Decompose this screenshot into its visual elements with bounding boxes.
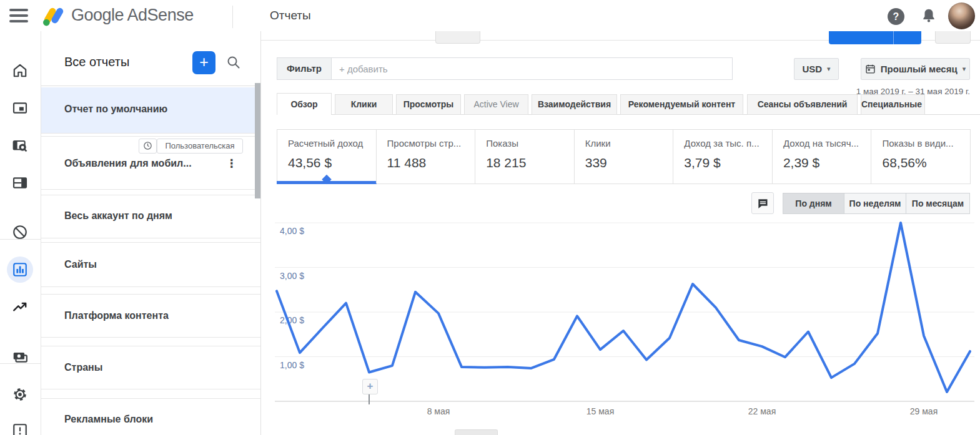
tab-clicks[interactable]: Клики bbox=[335, 94, 393, 115]
currency-label: USD bbox=[802, 64, 822, 74]
tab-interactions[interactable]: Взаимодействия bbox=[532, 94, 617, 115]
user-avatar[interactable] bbox=[948, 2, 975, 29]
calendar-icon bbox=[865, 64, 876, 74]
chart-annotation-marker[interactable]: + bbox=[362, 379, 378, 394]
period-label: Прошлый месяц bbox=[881, 64, 958, 74]
report-item-label: Весь аккаунт по дням bbox=[64, 210, 172, 222]
metric-value: 11 488 bbox=[387, 155, 475, 170]
notifications-bell-icon[interactable] bbox=[921, 7, 937, 24]
adsense-reports-page: Google AdSense Отчеты ? bbox=[0, 0, 980, 435]
metric-value: 2,39 $ bbox=[783, 155, 871, 170]
metric-title: Показы в види... bbox=[882, 138, 970, 149]
metric-card-viewability[interactable]: Показы в види... 68,56% bbox=[871, 130, 970, 183]
metric-value: 339 bbox=[585, 155, 673, 170]
metric-title: Клики bbox=[585, 138, 673, 149]
brand-title: Google AdSense bbox=[71, 6, 194, 25]
metric-title: Расчетный доход bbox=[288, 138, 376, 149]
filter-label: Фильтр bbox=[277, 57, 332, 80]
chart-annotation-tick bbox=[369, 393, 370, 404]
nav-rail bbox=[0, 31, 41, 435]
partial-bottom-element bbox=[455, 429, 498, 435]
reports-panel: Все отчеты + Отчет по умолчанию Пользова… bbox=[41, 31, 261, 435]
metric-card-rpm[interactable]: Доход за тыс. п... 3,79 $ bbox=[673, 130, 772, 183]
currency-dropdown[interactable]: USD ▾ bbox=[794, 58, 839, 80]
app-header: Google AdSense Отчеты ? bbox=[0, 0, 980, 31]
granularity-by-day[interactable]: По дням bbox=[783, 193, 844, 214]
rail-feedback-icon[interactable] bbox=[12, 423, 29, 435]
granularity-by-week[interactable]: По неделям bbox=[844, 193, 906, 214]
metric-card-estimated-earnings[interactable]: Расчетный доход 43,56 $ bbox=[277, 130, 376, 183]
rail-ad-review-icon[interactable] bbox=[12, 137, 29, 155]
rail-ads-icon[interactable] bbox=[12, 100, 29, 117]
report-item-label: Отчет по умолчанию bbox=[64, 104, 167, 115]
metric-value: 68,56% bbox=[882, 155, 970, 170]
report-item-mobile-ads[interactable]: Пользовательская Объявления для мобил...… bbox=[41, 136, 260, 190]
tab-views[interactable]: Просмотры bbox=[396, 94, 461, 115]
search-icon[interactable] bbox=[226, 55, 241, 70]
metric-title: Доход на тысяч... bbox=[783, 138, 871, 149]
partial-toolbar-button[interactable] bbox=[435, 31, 480, 44]
tab-ad-sessions[interactable]: Сеансы объявлений bbox=[747, 94, 858, 115]
rail-blocking-controls-icon[interactable] bbox=[12, 224, 29, 242]
metric-card-impressions[interactable]: Показы 18 215 bbox=[475, 130, 574, 183]
help-icon[interactable]: ? bbox=[888, 8, 904, 25]
panel-scrollbar[interactable] bbox=[255, 83, 260, 198]
reports-panel-title: Все отчеты bbox=[64, 55, 129, 69]
tab-active-view[interactable]: Active View bbox=[464, 94, 528, 115]
report-item-label: Сайты bbox=[64, 259, 97, 270]
rail-reports-icon[interactable] bbox=[12, 261, 29, 279]
partial-save-split-button[interactable] bbox=[829, 31, 921, 44]
rail-sites-icon[interactable] bbox=[12, 175, 29, 192]
metric-cards: Расчетный доход 43,56 $ Просмотры стр...… bbox=[277, 129, 971, 184]
metric-value: 18 215 bbox=[486, 155, 574, 170]
panel-divider bbox=[41, 86, 260, 86]
tab-recommended-content[interactable]: Рекомендуемый контент bbox=[620, 94, 743, 115]
custom-report-badge: Пользовательская bbox=[157, 139, 243, 154]
metric-title: Показы bbox=[486, 138, 574, 149]
rail-settings-gear-icon[interactable] bbox=[12, 386, 29, 404]
chevron-down-icon: ▾ bbox=[827, 65, 831, 73]
kebab-menu-icon[interactable]: ⋮ bbox=[226, 157, 237, 172]
page-title: Отчеты bbox=[270, 9, 311, 22]
annotations-button[interactable] bbox=[751, 192, 774, 214]
granularity-by-month[interactable]: По месяцам bbox=[906, 193, 970, 214]
metric-title: Доход за тыс. п... bbox=[684, 138, 772, 149]
adsense-logo-icon bbox=[41, 3, 66, 28]
rail-optimization-icon[interactable] bbox=[12, 299, 29, 316]
report-item-default[interactable]: Отчет по умолчанию bbox=[41, 87, 260, 134]
report-item-label: Рекламные блоки bbox=[64, 414, 153, 425]
rail-home-icon[interactable] bbox=[12, 62, 29, 80]
header-divider bbox=[232, 6, 233, 28]
report-item-account-by-day[interactable]: Весь аккаунт по дням bbox=[41, 195, 260, 238]
report-item-content-platform[interactable]: Платформа контента bbox=[41, 294, 260, 338]
scheduled-clock-icon bbox=[139, 139, 157, 154]
metric-title: Просмотры стр... bbox=[387, 138, 475, 149]
filter-input[interactable] bbox=[331, 57, 733, 80]
report-item-countries[interactable]: Страны bbox=[41, 346, 260, 389]
metric-value: 43,56 $ bbox=[288, 155, 376, 170]
report-item-label: Страны bbox=[64, 362, 102, 373]
chevron-down-icon: ▾ bbox=[963, 65, 966, 73]
report-item-label: Объявления для мобил... bbox=[64, 158, 192, 169]
date-range-dropdown[interactable]: Прошлый месяц ▾ bbox=[861, 58, 970, 80]
tab-custom[interactable]: Специальные✕ bbox=[861, 94, 925, 115]
metric-card-impression-rpm[interactable]: Доход на тысяч... 2,39 $ bbox=[772, 130, 871, 183]
hamburger-menu-icon[interactable] bbox=[9, 9, 28, 22]
metric-card-clicks[interactable]: Клики 339 bbox=[574, 130, 673, 183]
report-item-label: Платформа контента bbox=[64, 310, 169, 321]
partial-toolbar-button[interactable] bbox=[935, 31, 971, 44]
rail-payments-icon[interactable] bbox=[12, 349, 29, 366]
tab-overview[interactable]: Обзор bbox=[277, 93, 332, 115]
add-report-button[interactable]: + bbox=[192, 51, 215, 74]
report-item-sites[interactable]: Сайты bbox=[41, 242, 260, 287]
selected-metric-underline bbox=[277, 181, 377, 184]
comment-icon bbox=[756, 197, 769, 210]
tab-custom-label: Специальные bbox=[861, 99, 922, 109]
metric-value: 3,79 $ bbox=[684, 155, 772, 170]
report-item-ad-units[interactable]: Рекламные блоки bbox=[41, 398, 260, 435]
metric-card-page-views[interactable]: Просмотры стр... 11 488 bbox=[376, 130, 475, 183]
